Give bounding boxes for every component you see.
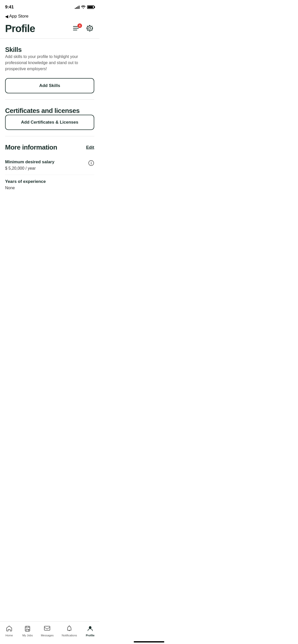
status-icons	[75, 5, 94, 9]
settings-button[interactable]	[85, 24, 94, 34]
experience-label: Years of experience	[5, 179, 94, 184]
battery-icon	[87, 5, 94, 9]
svg-point-3	[89, 27, 91, 29]
status-bar: 9:41	[0, 0, 99, 13]
salary-row-header: Minimum desired salary $ 5,20,000 / year	[5, 159, 94, 171]
back-label: App Store	[9, 14, 29, 19]
wifi-icon	[81, 5, 86, 9]
page-title: Profile	[5, 23, 35, 34]
nav-back[interactable]: ◀ App Store	[0, 13, 99, 21]
main-content: Skills Add skills to your profile to hig…	[0, 39, 99, 226]
salary-value: $ 5,20,000 / year	[5, 166, 55, 171]
salary-label: Minimum desired salary	[5, 159, 55, 165]
skills-section: Skills Add skills to your profile to hig…	[5, 39, 94, 99]
salary-row: Minimum desired salary $ 5,20,000 / year	[5, 155, 94, 175]
status-time: 9:41	[5, 5, 14, 10]
experience-value: None	[5, 186, 94, 190]
svg-point-6	[91, 162, 91, 162]
signal-icon	[75, 5, 79, 9]
more-info-section: More information Edit Minimum desired sa…	[5, 136, 94, 200]
salary-content: Minimum desired salary $ 5,20,000 / year	[5, 159, 55, 171]
certificates-title: Certificates and licenses	[5, 107, 94, 115]
back-arrow-icon: ◀	[5, 14, 8, 19]
experience-row: Years of experience None	[5, 175, 94, 194]
skills-description: Add skills to your profile to highlight …	[5, 54, 94, 72]
info-icon[interactable]	[88, 160, 94, 167]
more-info-title: More information	[5, 143, 57, 151]
gear-icon	[86, 25, 93, 32]
certificates-section: Certificates and licenses Add Certificat…	[5, 100, 94, 136]
page-header: Profile 4	[0, 21, 99, 38]
add-skills-button[interactable]: Add Skills	[5, 78, 94, 93]
more-info-edit-button[interactable]: Edit	[86, 145, 94, 150]
add-certificates-button[interactable]: Add Certificates & Licenses	[5, 115, 94, 130]
more-info-header: More information Edit	[5, 143, 94, 151]
header-actions: 4	[72, 24, 94, 34]
notification-badge: 4	[77, 23, 82, 28]
notifications-list-button[interactable]: 4	[72, 24, 81, 33]
skills-title: Skills	[5, 46, 94, 54]
